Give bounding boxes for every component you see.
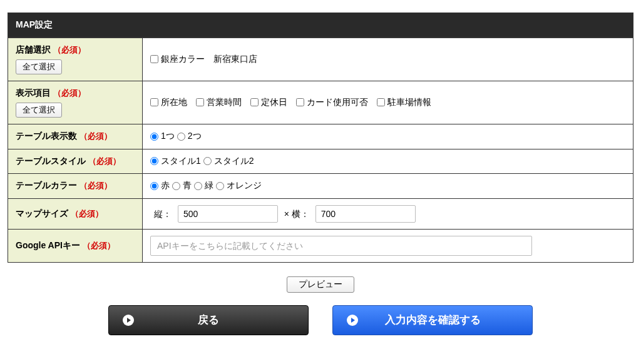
table-style-label-0: スタイル1: [161, 156, 201, 167]
label-vertical: 縦：: [154, 209, 172, 219]
store-option-0[interactable]: 銀座カラー 新宿東口店: [150, 54, 257, 65]
cell-display-options: 所在地営業時間定休日カード使用可否駐車場情報: [143, 81, 633, 124]
display-item-checkbox-2[interactable]: [250, 98, 259, 106]
display-item-label-4: 駐車場情報: [387, 97, 431, 108]
api-key-input[interactable]: [150, 236, 532, 256]
row-table-style: テーブルスタイル （必須） スタイル1スタイル2: [8, 149, 633, 174]
label-table-color-text: テーブルカラー: [16, 180, 77, 190]
map-width-input[interactable]: [315, 205, 416, 223]
table-style-option-0[interactable]: スタイル1: [150, 156, 201, 167]
table-style-radio-0[interactable]: [150, 157, 158, 165]
display-item-label-0: 所在地: [161, 97, 187, 108]
table-style-label-1: スタイル2: [214, 156, 254, 167]
cell-map-size: 縦： × 横：: [143, 198, 633, 229]
table-count-label-1: 2つ: [188, 131, 202, 142]
label-display-items-text: 表示項目: [16, 88, 51, 98]
store-checkbox-0[interactable]: [150, 55, 158, 63]
required-badge: （必須）: [88, 156, 121, 166]
table-color-radio-1[interactable]: [172, 182, 180, 190]
label-horizontal: × 横：: [284, 209, 309, 219]
row-table-color: テーブルカラー （必須） 赤青緑オレンジ: [8, 174, 633, 199]
row-display-items: 表示項目 （必須） 全て選択 所在地営業時間定休日カード使用可否駐車場情報: [8, 81, 633, 124]
row-store: 店舗選択 （必須） 全て選択 銀座カラー 新宿東口店: [8, 38, 633, 81]
cell-table-count: 1つ2つ: [143, 124, 633, 149]
back-button[interactable]: 戻る: [108, 305, 309, 335]
table-color-radio-0[interactable]: [150, 182, 158, 190]
display-item-option-4[interactable]: 駐車場情報: [377, 97, 431, 108]
table-color-label-3: オレンジ: [227, 180, 262, 191]
label-table-count-text: テーブル表示数: [16, 131, 77, 141]
select-all-store-button[interactable]: 全て選択: [16, 59, 62, 74]
arrow-right-icon: [123, 315, 134, 326]
table-color-radio-2[interactable]: [194, 182, 202, 190]
required-badge: （必須）: [71, 209, 103, 218]
display-item-label-3: カード使用可否: [307, 97, 368, 108]
row-table-count: テーブル表示数 （必須） 1つ2つ: [8, 124, 633, 149]
table-count-radio-1[interactable]: [177, 133, 185, 141]
cell-api-key: [143, 229, 633, 262]
confirm-button[interactable]: 入力内容を確認する: [332, 305, 533, 335]
required-badge: （必須）: [53, 45, 86, 54]
table-count-option-1[interactable]: 2つ: [177, 131, 202, 142]
display-item-option-0[interactable]: 所在地: [150, 97, 187, 108]
cell-table-color: 赤青緑オレンジ: [143, 174, 633, 199]
cell-store-options: 銀座カラー 新宿東口店: [143, 38, 633, 81]
label-api-key-text: Google APIキー: [16, 240, 80, 250]
table-color-option-3[interactable]: オレンジ: [216, 180, 262, 191]
table-color-label-2: 緑: [205, 180, 213, 191]
label-map-size: マップサイズ （必須）: [8, 198, 143, 229]
table-color-option-1[interactable]: 青: [172, 180, 192, 191]
cell-table-style: スタイル1スタイル2: [143, 149, 633, 174]
select-all-display-button[interactable]: 全て選択: [16, 103, 62, 118]
table-color-label-1: 青: [183, 180, 192, 191]
required-badge: （必須）: [83, 241, 115, 250]
store-option-label-0: 銀座カラー 新宿東口店: [161, 54, 257, 65]
confirm-button-label: 入力内容を確認する: [385, 313, 481, 327]
display-item-checkbox-4[interactable]: [377, 98, 385, 106]
label-table-color: テーブルカラー （必須）: [8, 174, 143, 199]
table-color-label-0: 赤: [161, 180, 170, 191]
display-item-checkbox-0[interactable]: [150, 98, 158, 106]
map-settings-panel: MAP設定 店舗選択 （必須） 全て選択 銀座カラー 新宿東口店 表示項目: [8, 13, 633, 335]
label-store: 店舗選択 （必須） 全て選択: [8, 38, 143, 81]
label-table-style: テーブルスタイル （必須）: [8, 149, 143, 174]
label-map-size-text: マップサイズ: [16, 208, 68, 218]
display-item-option-2[interactable]: 定休日: [250, 97, 287, 108]
panel-title: MAP設定: [8, 13, 633, 38]
required-badge: （必須）: [79, 181, 112, 190]
label-store-text: 店舗選択: [16, 44, 51, 54]
settings-table: 店舗選択 （必須） 全て選択 銀座カラー 新宿東口店 表示項目 （必須） 全て選…: [8, 38, 633, 263]
arrow-right-icon: [347, 315, 358, 326]
table-color-radio-3[interactable]: [216, 182, 224, 190]
display-item-label-1: 営業時間: [207, 97, 242, 108]
table-style-option-1[interactable]: スタイル2: [203, 156, 254, 167]
table-color-option-2[interactable]: 緑: [194, 180, 213, 191]
preview-button[interactable]: プレビュー: [287, 276, 354, 293]
table-count-option-0[interactable]: 1つ: [150, 131, 175, 142]
label-table-count: テーブル表示数 （必須）: [8, 124, 143, 149]
back-button-label: 戻る: [198, 313, 219, 327]
row-api-key: Google APIキー （必須）: [8, 229, 633, 262]
display-item-checkbox-1[interactable]: [196, 98, 204, 106]
table-style-radio-1[interactable]: [203, 157, 212, 165]
display-item-label-2: 定休日: [261, 97, 287, 108]
label-display-items: 表示項目 （必須） 全て選択: [8, 81, 143, 124]
display-item-option-3[interactable]: カード使用可否: [296, 97, 368, 108]
display-item-checkbox-3[interactable]: [296, 98, 304, 106]
label-table-style-text: テーブルスタイル: [16, 156, 86, 166]
table-count-label-0: 1つ: [161, 131, 175, 142]
label-api-key: Google APIキー （必須）: [8, 229, 143, 262]
display-item-option-1[interactable]: 営業時間: [196, 97, 242, 108]
required-badge: （必須）: [53, 88, 86, 98]
table-count-radio-0[interactable]: [150, 133, 158, 141]
row-map-size: マップサイズ （必須） 縦： × 横：: [8, 198, 633, 229]
table-color-option-0[interactable]: 赤: [150, 180, 170, 191]
action-button-row: 戻る 入力内容を確認する: [8, 305, 633, 335]
map-height-input[interactable]: [178, 205, 278, 223]
required-badge: （必須）: [79, 131, 112, 141]
